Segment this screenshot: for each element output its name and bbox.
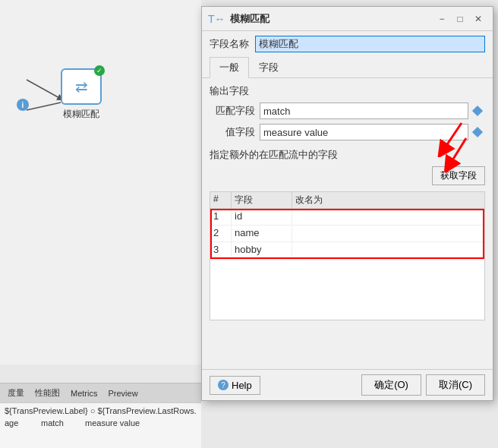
tab-du-liang[interactable]: 度量 xyxy=(3,386,29,400)
diamond-icon-2 xyxy=(472,127,483,137)
help-label: Help xyxy=(232,380,252,391)
field-name-label: 字段名称 xyxy=(210,37,249,51)
table-row: 1 id xyxy=(210,209,484,226)
match-field-wrap xyxy=(260,103,485,119)
match-field-diamond-button[interactable] xyxy=(470,103,485,119)
tab-metrics[interactable]: Metrics xyxy=(66,387,102,399)
node-box: ⇄ ✓ xyxy=(61,68,102,105)
cancel-button[interactable]: 取消(C) xyxy=(426,374,485,396)
svg-line-0 xyxy=(27,80,61,99)
output-group: 输出字段 匹配字段 值字段 xyxy=(210,84,485,140)
preview-col-age: age xyxy=(5,418,35,427)
td-field-2: name xyxy=(232,226,292,241)
dialog: T↔ 模糊匹配 − □ ✕ 字段名称 一般 字段 输出字段 匹配字段 xyxy=(201,6,493,401)
svg-line-1 xyxy=(27,103,61,110)
output-section-label: 输出字段 xyxy=(210,84,485,98)
extra-section-title: 指定额外的在匹配流中的字段 xyxy=(210,148,485,162)
bottom-tabs-bar: 度量 性能图 Metrics Preview xyxy=(0,383,201,402)
help-circle-icon: ? xyxy=(218,380,229,390)
table-row: 2 name xyxy=(210,226,484,242)
dialog-titlebar: T↔ 模糊匹配 − □ ✕ xyxy=(202,7,493,31)
dialog-icon: T↔ xyxy=(208,13,225,25)
tab-preview[interactable]: Preview xyxy=(103,387,142,399)
dialog-content: 输出字段 匹配字段 值字段 xyxy=(202,78,493,369)
td-num-2: 2 xyxy=(210,226,232,241)
node-container[interactable]: ⇄ ✓ 模糊匹配 xyxy=(61,68,102,121)
empty-rows xyxy=(210,259,484,320)
match-field-label: 匹配字段 xyxy=(210,104,255,118)
td-rename-1[interactable] xyxy=(292,209,484,225)
table-body: 1 id 2 name 3 hobby xyxy=(210,209,484,259)
node-icon: ⇄ xyxy=(75,77,88,96)
preview-col-match: match xyxy=(41,418,79,427)
node-label: 模糊匹配 xyxy=(63,108,99,121)
table-header: # 字段 改名为 xyxy=(210,192,484,209)
tab-xing-neng[interactable]: 性能图 xyxy=(30,386,65,400)
value-field-wrap xyxy=(260,124,485,140)
close-button[interactable]: ✕ xyxy=(470,11,487,27)
th-field: 字段 xyxy=(232,192,292,208)
diamond-icon xyxy=(472,106,483,116)
match-field-row: 匹配字段 xyxy=(210,103,485,119)
td-num-3: 3 xyxy=(210,242,232,258)
info-icon: i xyxy=(17,99,29,111)
td-num-1: 1 xyxy=(210,209,232,225)
tabs-row: 一般 字段 xyxy=(202,57,493,78)
match-field-input[interactable] xyxy=(260,103,468,119)
field-name-row: 字段名称 xyxy=(202,31,493,57)
td-rename-2[interactable] xyxy=(292,226,484,241)
canvas-background xyxy=(0,0,201,364)
value-field-row: 值字段 xyxy=(210,124,485,140)
maximize-button[interactable]: □ xyxy=(452,11,468,27)
tab-general[interactable]: 一般 xyxy=(210,57,249,78)
get-fields-row: 获取字段 xyxy=(210,166,485,188)
get-fields-button[interactable]: 获取字段 xyxy=(432,166,485,185)
table-row: 3 hobby xyxy=(210,242,484,259)
confirm-button[interactable]: 确定(O) xyxy=(361,374,421,396)
preview-bar: ${TransPreview.Label} ○ ${TransPreview.L… xyxy=(0,402,201,448)
field-name-input[interactable] xyxy=(255,36,485,52)
tab-fields[interactable]: 字段 xyxy=(249,57,288,78)
td-field-1: id xyxy=(232,209,292,225)
extra-section: 指定额外的在匹配流中的字段 获取字段 # 字段 改名为 1 id xyxy=(210,148,485,320)
minimize-button[interactable]: − xyxy=(433,11,450,27)
td-rename-3[interactable] xyxy=(292,242,484,258)
th-num: # xyxy=(210,192,232,208)
node-check-icon: ✓ xyxy=(94,65,105,76)
help-button[interactable]: ? Help xyxy=(210,376,260,395)
dialog-title: 模糊匹配 xyxy=(230,12,432,26)
value-field-input[interactable] xyxy=(260,124,468,140)
preview-line1: ${TransPreview.Label} ○ ${TransPreview.L… xyxy=(5,406,197,415)
td-field-3: hobby xyxy=(232,242,292,258)
extra-table: # 字段 改名为 1 id 2 name xyxy=(210,191,485,320)
dialog-footer: ? Help 确定(O) 取消(C) xyxy=(202,369,493,400)
value-field-diamond-button[interactable] xyxy=(470,124,485,140)
preview-col-measure-value: measure value xyxy=(85,418,140,427)
value-field-label: 值字段 xyxy=(210,125,255,139)
th-rename: 改名为 xyxy=(292,192,484,208)
